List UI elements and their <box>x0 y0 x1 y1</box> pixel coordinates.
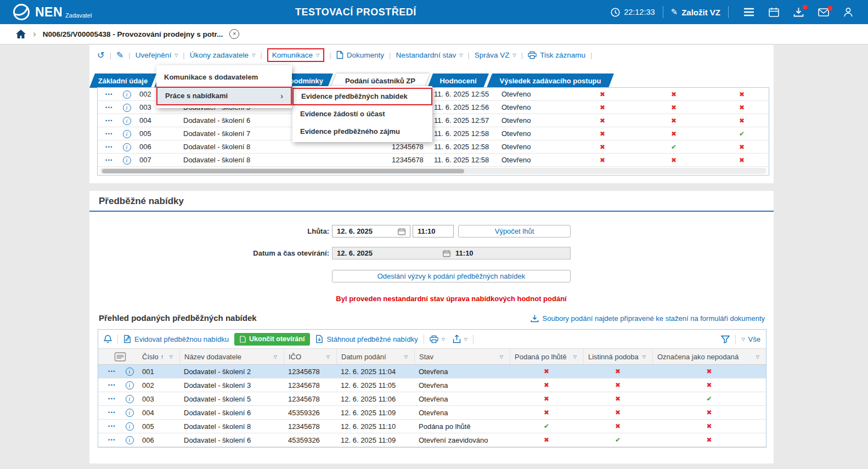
column-header-stav[interactable]: Stav▽ <box>414 349 510 364</box>
menu-sprava-vz[interactable]: Správa VZ▽ <box>475 51 516 59</box>
column-header-nepodana[interactable]: Označena jako nepodaná▽ <box>652 349 766 364</box>
row-actions-icon[interactable]: ••• <box>103 410 121 415</box>
column-header-nazev[interactable]: Název dodavatele▽ <box>179 349 284 364</box>
cell-supplier: Dodavatel - školení 6 <box>179 436 284 444</box>
row-actions-icon[interactable]: ••• <box>100 118 119 123</box>
menu-item-komunikace-s-dodavatelem[interactable]: Komunikace s dodavatelem <box>156 68 292 87</box>
info-icon[interactable]: i <box>126 381 134 389</box>
nen-logo[interactable]: NEN Zadavatel <box>12 3 92 21</box>
row-actions-icon[interactable]: ••• <box>103 396 121 402</box>
cell-supplier: Dodavatel - školení 8 <box>179 422 284 431</box>
menu-item-evidence-predbezneho-zajmu[interactable]: Evidence předběžného zájmu <box>292 123 432 140</box>
info-icon[interactable]: i <box>123 117 131 125</box>
info-icon[interactable]: i <box>123 143 131 151</box>
column-header-po-lhute[interactable]: Podaná po lhůtě▽ <box>510 349 583 364</box>
table-row[interactable]: ••• i 006 Dodavatel - školení 8 12345678… <box>98 140 769 154</box>
send-call-button[interactable]: Odeslání výzvy k podání předběžných nabí… <box>332 270 571 282</box>
info-icon[interactable]: i <box>123 91 131 99</box>
menu-nestandardni-stav[interactable]: Nestandardní stav▽ <box>396 51 463 59</box>
calendar-icon[interactable] <box>769 7 779 17</box>
cell-notsubmitted-flag: ✖ <box>715 91 769 98</box>
deadline-time-field[interactable]: 11:10 <box>413 225 454 238</box>
column-header-listinna[interactable]: Listinná podoba▽ <box>583 349 652 364</box>
row-actions-icon[interactable]: ••• <box>103 437 121 443</box>
edit-icon[interactable]: ✎ <box>116 50 123 60</box>
tab-hodnoceni[interactable]: Hodnocení <box>429 74 488 88</box>
row-actions-icon[interactable]: ••• <box>100 105 119 110</box>
bell-icon[interactable] <box>104 335 112 343</box>
table-row[interactable]: ••• i 004 Dodavatel - školení 6 45359326… <box>98 406 766 420</box>
cell-notsubmitted-flag: ✖ <box>715 104 769 111</box>
create-vz-button[interactable]: ✎ Založit VZ <box>671 7 720 17</box>
row-actions-icon[interactable]: ••• <box>100 92 119 97</box>
deadline-date-field[interactable]: 12. 6. 2025 <box>332 225 410 238</box>
cell-status: Otevřena <box>414 381 510 389</box>
info-icon[interactable]: i <box>123 104 131 112</box>
menu-item-prace-s-nabidkami[interactable]: Práce s nabídkami › <box>156 87 292 105</box>
row-actions-icon[interactable]: ••• <box>103 382 121 388</box>
downloads-icon[interactable] <box>793 7 804 17</box>
menu-ukony-zadavatele[interactable]: Úkony zadavatele▽ <box>190 51 255 59</box>
opening-datetime-field[interactable]: 12. 6. 2025 11:10 <box>332 247 571 259</box>
record-tab-title[interactable]: N006/25/V00005438 - Provozování prodejny… <box>43 30 223 38</box>
table-row[interactable]: ••• i 007 Dodavatel - školení 8 12345678… <box>98 154 769 167</box>
cell-status: Otevřeno <box>497 90 572 98</box>
menu-dokumenty[interactable]: Dokumenty <box>336 50 384 59</box>
compute-deadlines-button[interactable]: Výpočet lhůt <box>458 225 571 238</box>
table-row[interactable]: ••• i 001 Dodavatel - školení 2 12345678… <box>98 365 766 378</box>
column-header-ico[interactable]: IČO▽ <box>284 349 336 364</box>
finish-opening-button[interactable]: Ukončit otevírání <box>234 333 310 346</box>
row-actions-icon[interactable]: ••• <box>103 369 121 374</box>
export-button[interactable]: ▽ <box>453 335 467 343</box>
calendar-icon[interactable] <box>443 250 450 257</box>
info-icon[interactable]: i <box>126 409 134 417</box>
menu-uverejneni[interactable]: Uveřejnění▽ <box>136 51 178 59</box>
notification-badge <box>828 6 832 10</box>
table-row[interactable]: ••• i 005 Dodavatel - školení 8 12345678… <box>98 420 766 433</box>
table-row[interactable]: ••• i 006 Dodavatel - školení 6 45359326… <box>98 433 766 447</box>
info-icon[interactable]: i <box>126 395 134 403</box>
table-row[interactable]: ••• i 003 Dodavatel - školení 5 12345678… <box>98 392 766 406</box>
print-list-button[interactable]: ▽ <box>430 335 445 343</box>
row-actions-icon[interactable]: ••• <box>100 157 119 163</box>
menu-item-evidence-zadosti-o-ucast[interactable]: Evidence žádostí o účast <box>292 105 432 123</box>
close-record-icon[interactable]: × <box>229 29 239 39</box>
menu-item-evidence-predbeznych-nabidek[interactable]: Evidence předběžných nabídek <box>292 88 432 105</box>
hamburger-menu-icon[interactable] <box>743 8 754 16</box>
download-offers-button[interactable]: Stáhnout předběžné nabídky <box>315 335 418 343</box>
cell-paper-flag: ✖ <box>583 381 652 389</box>
caret-down-icon: ▽ <box>513 53 516 58</box>
cell-late-flag: ✖ <box>510 395 583 403</box>
row-actions-icon[interactable]: ••• <box>103 423 121 429</box>
info-icon[interactable]: i <box>126 436 134 444</box>
menu-komunikace[interactable]: Komunikace▽ <box>267 48 324 62</box>
filter-icon[interactable] <box>721 335 730 343</box>
messages-icon[interactable] <box>818 8 829 16</box>
scrollbar-thumb[interactable] <box>102 169 464 173</box>
info-icon[interactable]: i <box>126 422 134 431</box>
column-header-cislo[interactable]: Číslo ↑ ▽ <box>138 349 179 364</box>
info-icon[interactable]: i <box>123 130 131 138</box>
table-row[interactable]: ••• i 005 Dodavatel - školení 7 12345678… <box>98 127 769 140</box>
tab-vysledek-zadavaciho-postupu[interactable]: Výsledek zadávacího postupu <box>488 74 613 88</box>
refresh-icon[interactable]: ↺ <box>97 50 104 60</box>
cell-date: 12. 6. 2025 11:09 <box>336 409 414 417</box>
table-row[interactable]: ••• i 004 Dodavatel - školení 6 12345678… <box>98 114 769 127</box>
register-offer-button[interactable]: Evidovat předběžnou nabídku <box>123 335 229 343</box>
row-actions-icon[interactable]: ••• <box>100 144 119 150</box>
tab-zakladni-udaje[interactable]: Základní údaje <box>91 74 155 88</box>
row-actions-icon[interactable]: ••• <box>100 131 119 137</box>
column-settings-icon[interactable] <box>103 352 138 361</box>
column-header-datum[interactable]: Datum podání▽ <box>336 349 414 364</box>
calendar-icon[interactable] <box>398 228 405 235</box>
info-icon[interactable]: i <box>123 156 131 165</box>
user-account-icon[interactable] <box>843 7 853 17</box>
table-row[interactable]: ••• i 002 Dodavatel - školení 3 12345678… <box>98 378 766 392</box>
caret-down-icon: ▽ <box>459 53 463 58</box>
home-icon[interactable] <box>15 29 26 39</box>
print-record-button[interactable]: Tisk záznamu <box>528 51 585 59</box>
info-icon[interactable]: i <box>126 368 134 376</box>
submission-files-link[interactable]: Soubory podání najdete připravené ke sta… <box>531 314 765 323</box>
view-filter-dropdown[interactable]: ▽ Vše <box>741 335 760 343</box>
document-download-icon <box>315 335 323 343</box>
